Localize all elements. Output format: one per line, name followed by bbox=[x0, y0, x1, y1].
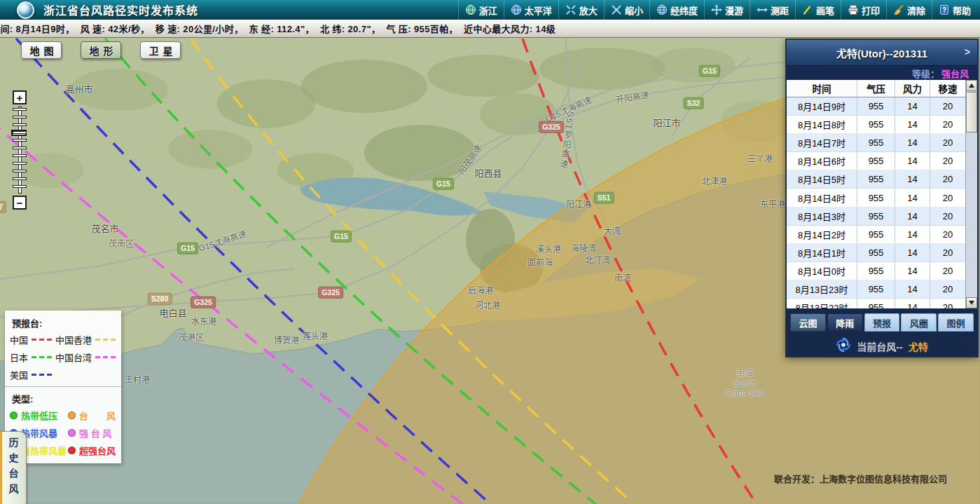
app-logo-icon bbox=[17, 1, 34, 19]
scroll-up-button[interactable] bbox=[966, 80, 977, 91]
map-type-button-地形[interactable]: 地形 bbox=[81, 41, 121, 59]
toolbar-zoom-in-button[interactable]: 放大 bbox=[558, 0, 604, 20]
toolbar-globe-green-button[interactable]: 浙江 bbox=[458, 0, 504, 20]
table-cell: 14 bbox=[895, 226, 930, 243]
road-badge: G15 bbox=[699, 65, 720, 77]
triangle-up-icon bbox=[969, 83, 974, 88]
toolbar-help-button[interactable]: ?帮助 bbox=[932, 0, 977, 20]
table-row[interactable]: 8月13日22时9551420 bbox=[787, 299, 965, 308]
typhoon-panel: 尤特(Utor)--201311 > 等级： 强台风 时间气压风力移速 8月14… bbox=[785, 39, 979, 357]
table-row[interactable]: 8月14日0时9551420 bbox=[787, 262, 965, 280]
toolbar-measure-button[interactable]: 测距 bbox=[750, 0, 795, 20]
table-cell: 20 bbox=[930, 244, 965, 261]
road-badge: G325 bbox=[539, 121, 564, 133]
panel-tab-云图[interactable]: 云图 bbox=[790, 313, 826, 332]
legend-type-name: 超强台风 bbox=[79, 444, 116, 457]
table-cell: 955 bbox=[857, 152, 895, 170]
typhoon-data-table: 时间气压风力移速 8月14日9时95514208月14日8时95514208月1… bbox=[787, 80, 977, 308]
zoom-tick bbox=[13, 131, 27, 134]
legend-agencies: 中国中国香港日本中国台湾美国 bbox=[5, 333, 121, 381]
table-row[interactable]: 8月14日1时9551420 bbox=[787, 244, 965, 262]
table-cell: 20 bbox=[930, 170, 965, 188]
panel-tabs: 云图降雨预报风圈图例 bbox=[787, 308, 977, 332]
road-badge: 07 bbox=[0, 201, 6, 213]
table-row[interactable]: 8月14日2时9551420 bbox=[787, 226, 965, 244]
latlng-icon bbox=[656, 4, 668, 15]
road-badge: G15 bbox=[177, 243, 198, 254]
toolbar-label: 测距 bbox=[771, 4, 789, 17]
panel-header[interactable]: 尤特(Utor)--201311 > bbox=[787, 40, 977, 66]
table-cell: 8月14日5时 bbox=[787, 170, 857, 188]
expand-arrow-icon[interactable]: > bbox=[965, 46, 970, 57]
zoom-tick bbox=[13, 162, 27, 165]
svg-text:?: ? bbox=[942, 6, 946, 14]
toolbar-clear-button[interactable]: 清除 bbox=[886, 0, 932, 20]
map-zoom-control: + − bbox=[13, 90, 29, 210]
table-cell: 8月14日7时 bbox=[787, 134, 857, 151]
pen-icon bbox=[802, 4, 813, 15]
legend-type-name: 台 风 bbox=[79, 409, 116, 422]
zoom-slider[interactable] bbox=[13, 107, 27, 193]
toolbar-pen-button[interactable]: 画笔 bbox=[795, 0, 841, 20]
legend-agency: 中国 bbox=[10, 333, 54, 346]
scroll-down-button[interactable] bbox=[966, 297, 977, 308]
table-row[interactable]: 8月14日4时9551420 bbox=[787, 189, 965, 207]
panel-tab-风圈[interactable]: 风圈 bbox=[901, 313, 937, 332]
typhoon-title: 尤特(Utor)--201311 bbox=[836, 46, 927, 60]
legend-type-dot bbox=[68, 447, 76, 454]
road-badge: S32 bbox=[684, 97, 704, 109]
panel-tab-降雨[interactable]: 降雨 bbox=[827, 313, 863, 332]
toolbar-zoom-out-button[interactable]: 缩小 bbox=[604, 0, 649, 20]
zoom-in-icon bbox=[565, 4, 577, 15]
table-cell: 955 bbox=[857, 116, 895, 133]
legend-type: 强 台 风 bbox=[68, 426, 116, 440]
legend-dash-swatch bbox=[32, 374, 53, 376]
zoom-tick bbox=[13, 123, 27, 126]
map-type-button-地图[interactable]: 地图 bbox=[21, 41, 62, 59]
app-window: 浙江省台风路径实时发布系统 浙江太平洋放大缩小经纬度漫游测距画笔打印清除?帮助 … bbox=[0, 0, 980, 504]
map-type-button-卫星[interactable]: 卫星 bbox=[140, 41, 181, 59]
toolbar: 浙江太平洋放大缩小经纬度漫游测距画笔打印清除?帮助 bbox=[458, 0, 980, 20]
table-row[interactable]: 8月14日6时9551420 bbox=[787, 152, 965, 170]
table-cell: 20 bbox=[930, 152, 965, 170]
table-row[interactable]: 8月14日7时9551420 bbox=[787, 134, 965, 152]
legend-agency: 美国 bbox=[10, 368, 54, 381]
toolbar-pan-button[interactable]: 漫游 bbox=[704, 0, 750, 20]
table-row[interactable]: 8月14日5时9551420 bbox=[787, 170, 965, 189]
toolbar-globe-blue-button[interactable]: 太平洋 bbox=[504, 0, 558, 20]
zoom-tick bbox=[13, 154, 27, 157]
toolbar-print-button[interactable]: 打印 bbox=[841, 0, 886, 20]
history-typhoon-tab[interactable]: 历史台风 bbox=[0, 431, 27, 504]
zoom-out-button[interactable]: − bbox=[13, 196, 27, 210]
table-cell: 8月14日8时 bbox=[787, 116, 857, 133]
legend-agency-name: 日本 bbox=[10, 350, 28, 364]
scroll-thumb[interactable] bbox=[966, 92, 977, 132]
table-cell: 20 bbox=[930, 116, 965, 133]
zoom-tick bbox=[13, 170, 27, 172]
table-cell: 955 bbox=[857, 299, 895, 308]
table-row[interactable]: 8月14日8时9551420 bbox=[787, 116, 965, 134]
table-cell: 8月14日1时 bbox=[787, 244, 857, 261]
table-cell: 20 bbox=[930, 207, 965, 225]
legend-type-name: 热带低压 bbox=[21, 409, 57, 422]
table-header-气压: 气压 bbox=[857, 80, 895, 97]
globe-blue-icon bbox=[511, 4, 522, 15]
table-cell: 8月14日3时 bbox=[787, 207, 857, 225]
zoom-tick bbox=[13, 185, 27, 188]
legend-dash-swatch bbox=[32, 356, 53, 358]
zoom-in-button[interactable]: + bbox=[13, 90, 27, 104]
table-row[interactable]: 8月13日23时9551420 bbox=[787, 280, 965, 299]
table-row[interactable]: 8月14日3时9551420 bbox=[787, 207, 965, 226]
panel-tab-预报[interactable]: 预报 bbox=[864, 313, 900, 332]
table-cell: 14 bbox=[895, 116, 930, 133]
title-bar: 浙江省台风路径实时发布系统 浙江太平洋放大缩小经纬度漫游测距画笔打印清除?帮助 bbox=[0, 0, 980, 20]
current-typhoon-name[interactable]: 尤特 bbox=[909, 339, 928, 353]
zoom-out-icon bbox=[611, 4, 622, 15]
table-body: 8月14日9时95514208月14日8时95514208月14日7时95514… bbox=[787, 97, 965, 308]
table-row[interactable]: 8月14日9时9551420 bbox=[787, 97, 965, 116]
table-cell: 14 bbox=[895, 134, 930, 151]
panel-tab-图例[interactable]: 图例 bbox=[938, 313, 974, 332]
table-scrollbar[interactable] bbox=[965, 80, 977, 308]
toolbar-latlng-button[interactable]: 经纬度 bbox=[649, 0, 704, 20]
road-badge: S280 bbox=[148, 293, 172, 305]
